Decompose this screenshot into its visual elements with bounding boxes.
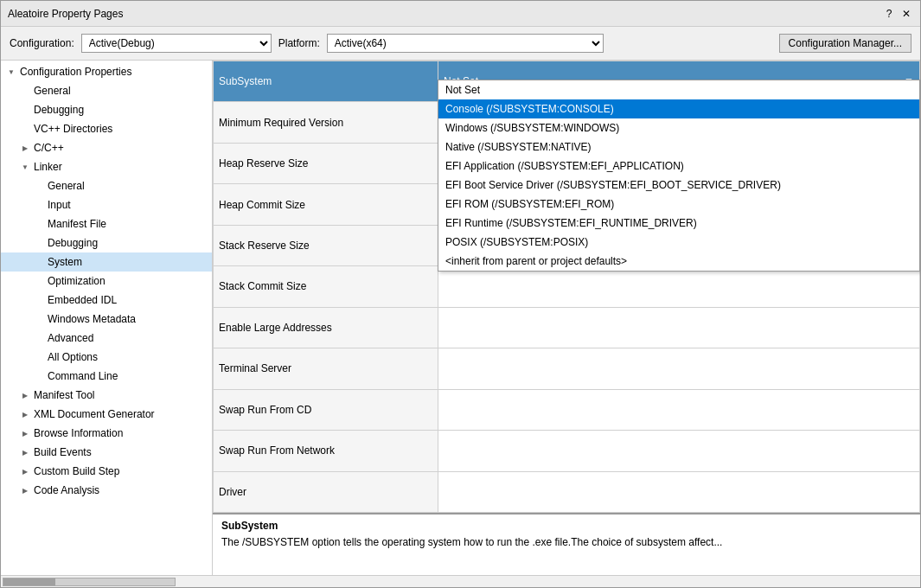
property-row[interactable]: Driver <box>214 471 920 512</box>
property-name-2: Heap Commit Size <box>214 184 438 225</box>
tree-item-linker-general[interactable]: General <box>1 176 212 195</box>
property-row[interactable]: Swap Run From Network <box>214 431 920 471</box>
dropdown-item-2[interactable]: Windows (/SUBSYSTEM:WINDOWS) <box>438 118 919 137</box>
tree-label-linker-all-options: All Options <box>46 351 98 363</box>
property-row[interactable]: Enable Large Addresses <box>214 307 920 348</box>
config-bar: Configuration: Active(Debug) Platform: A… <box>1 27 920 61</box>
right-panel: SubSystemNot Set▼Minimum Required Versio… <box>213 61 920 575</box>
tree-item-linker-embedded-idl[interactable]: Embedded IDL <box>1 291 212 310</box>
tree-expander-linker[interactable]: ▼ <box>18 160 32 174</box>
property-pages-window: Aleatoire Property Pages ? ✕ Configurati… <box>0 0 921 588</box>
dropdown-item-7[interactable]: EFI Runtime (/SUBSYSTEM:EFI_RUNTIME_DRIV… <box>438 214 919 233</box>
tree-item-linker-manifest[interactable]: Manifest File <box>1 214 212 233</box>
property-name-9: Driver <box>214 471 438 512</box>
tree-expander-build-events[interactable]: ▶ <box>18 445 32 459</box>
property-value-7[interactable] <box>438 389 920 430</box>
tree-item-code-analysis[interactable]: ▶Code Analysis <box>1 481 212 500</box>
tree-expander-linker-manifest <box>32 217 46 231</box>
tree-expander-linker-command-line <box>32 369 46 383</box>
scrollbar-thumb[interactable] <box>3 578 55 585</box>
property-row[interactable]: Terminal Server <box>214 348 920 389</box>
dropdown-item-0[interactable]: Not Set <box>438 80 919 99</box>
tree-item-linker-debugging[interactable]: Debugging <box>1 233 212 252</box>
tree-item-vc-directories[interactable]: VC++ Directories <box>1 119 212 138</box>
tree-expander-c-cpp[interactable]: ▶ <box>18 141 32 155</box>
dropdown-item-1[interactable]: Console (/SUBSYSTEM:CONSOLE) <box>438 99 919 118</box>
dropdown-item-8[interactable]: POSIX (/SUBSYSTEM:POSIX) <box>438 233 919 252</box>
property-value-8[interactable] <box>438 431 920 471</box>
property-row[interactable]: Swap Run From CD <box>214 389 920 430</box>
property-row[interactable]: Stack Commit Size <box>214 266 920 307</box>
subsystem-dropdown[interactable]: Not SetConsole (/SUBSYSTEM:CONSOLE)Windo… <box>438 80 920 272</box>
platform-label: Platform: <box>278 37 320 49</box>
tree-label-manifest-tool: Manifest Tool <box>32 389 94 401</box>
tree-item-c-cpp[interactable]: ▶C/C++ <box>1 138 212 157</box>
tree-item-linker-all-options[interactable]: All Options <box>1 348 212 367</box>
tree-expander-debugging <box>18 103 32 117</box>
tree-item-linker-command-line[interactable]: Command Line <box>1 367 212 386</box>
property-name-6: Terminal Server <box>214 348 438 389</box>
bottom-bar <box>1 575 920 587</box>
tree-item-linker[interactable]: ▼Linker <box>1 157 212 176</box>
property-name-0: Minimum Required Version <box>214 102 438 143</box>
tree-label-linker-system: System <box>46 256 82 268</box>
property-header-name: SubSystem <box>214 61 438 102</box>
tree-label-linker-advanced: Advanced <box>46 332 93 344</box>
tree-expander-vc-directories <box>18 122 32 136</box>
tree-item-linker-optimization[interactable]: Optimization <box>1 272 212 291</box>
tree-item-build-events[interactable]: ▶Build Events <box>1 443 212 462</box>
tree-panel: ▼Configuration PropertiesGeneralDebuggin… <box>1 61 213 575</box>
property-value-5[interactable] <box>438 307 920 348</box>
tree-item-xml-document[interactable]: ▶XML Document Generator <box>1 405 212 424</box>
tree-expander-browse-information[interactable]: ▶ <box>18 426 32 440</box>
dropdown-item-9[interactable]: <inherit from parent or project defaults… <box>438 252 919 271</box>
tree-label-config-properties: Configuration Properties <box>18 66 131 78</box>
description-area: SubSystem The /SUBSYSTEM option tells th… <box>213 513 920 575</box>
tree-expander-code-analysis[interactable]: ▶ <box>18 483 32 497</box>
property-name-5: Enable Large Addresses <box>214 307 438 348</box>
tree-expander-xml-document[interactable]: ▶ <box>18 407 32 421</box>
platform-select[interactable]: Active(x64) <box>327 34 604 53</box>
property-value-4[interactable] <box>438 266 920 307</box>
property-name-7: Swap Run From CD <box>214 389 438 430</box>
property-name-4: Stack Commit Size <box>214 266 438 307</box>
window-title: Aleatoire Property Pages <box>8 8 123 20</box>
dropdown-item-5[interactable]: EFI Boot Service Driver (/SUBSYSTEM:EFI_… <box>438 176 919 195</box>
close-button[interactable]: ✕ <box>899 7 913 21</box>
tree-item-browse-information[interactable]: ▶Browse Information <box>1 424 212 443</box>
tree-label-linker-optimization: Optimization <box>46 275 106 287</box>
description-text: The /SUBSYSTEM option tells the operatin… <box>221 535 911 550</box>
property-value-6[interactable] <box>438 348 920 389</box>
dropdown-item-3[interactable]: Native (/SUBSYSTEM:NATIVE) <box>438 137 919 157</box>
tree-expander-linker-system <box>32 255 46 269</box>
tree-label-custom-build-step: Custom Build Step <box>32 465 119 477</box>
tree-item-linker-advanced[interactable]: Advanced <box>1 329 212 348</box>
tree-label-c-cpp: C/C++ <box>32 142 64 154</box>
tree-item-general[interactable]: General <box>1 81 212 100</box>
tree-label-linker-embedded-idl: Embedded IDL <box>46 294 117 306</box>
horizontal-scrollbar[interactable] <box>3 578 176 586</box>
tree-expander-general <box>18 84 32 98</box>
tree-item-custom-build-step[interactable]: ▶Custom Build Step <box>1 462 212 481</box>
tree-expander-manifest-tool[interactable]: ▶ <box>18 388 32 402</box>
tree-label-linker-manifest: Manifest File <box>46 218 106 230</box>
help-button[interactable]: ? <box>882 7 896 21</box>
tree-item-linker-system[interactable]: System <box>1 252 212 272</box>
tree-label-code-analysis: Code Analysis <box>32 484 99 496</box>
property-value-9[interactable] <box>438 471 920 512</box>
tree-item-debugging[interactable]: Debugging <box>1 100 212 119</box>
tree-item-manifest-tool[interactable]: ▶Manifest Tool <box>1 386 212 405</box>
tree-label-linker-input: Input <box>46 199 71 211</box>
tree-expander-linker-embedded-idl <box>32 293 46 307</box>
configuration-manager-button[interactable]: Configuration Manager... <box>779 34 911 53</box>
tree-item-config-properties[interactable]: ▼Configuration Properties <box>1 62 212 81</box>
tree-item-linker-windows-metadata[interactable]: Windows Metadata <box>1 310 212 329</box>
tree-label-linker-windows-metadata: Windows Metadata <box>46 313 136 325</box>
tree-expander-custom-build-step[interactable]: ▶ <box>18 464 32 478</box>
dropdown-item-4[interactable]: EFI Application (/SUBSYSTEM:EFI_APPLICAT… <box>438 157 919 176</box>
dropdown-item-6[interactable]: EFI ROM (/SUBSYSTEM:EFI_ROM) <box>438 195 919 214</box>
tree-expander-config-properties[interactable]: ▼ <box>4 65 18 79</box>
tree-label-build-events: Build Events <box>32 446 92 458</box>
configuration-select[interactable]: Active(Debug) <box>81 34 272 53</box>
tree-item-linker-input[interactable]: Input <box>1 195 212 214</box>
